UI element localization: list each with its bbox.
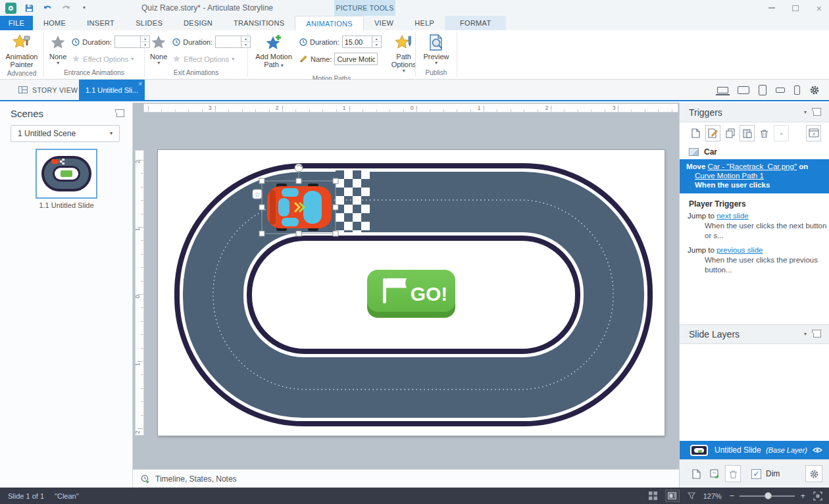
close-button[interactable]: × bbox=[815, 3, 824, 13]
device-laptop-icon[interactable] bbox=[717, 87, 728, 93]
zoom-slider-knob[interactable] bbox=[765, 492, 772, 499]
new-layer-button[interactable] bbox=[688, 465, 704, 482]
svg-text:x: x bbox=[812, 132, 815, 136]
story-view-label: STORY VIEW bbox=[32, 86, 78, 94]
collapse-panel-icon[interactable] bbox=[813, 109, 821, 116]
trigger-item-selected[interactable]: Move Car - "Racetrack_Car.png" on Curve … bbox=[680, 159, 829, 193]
preview-button[interactable]: Preview ▾ bbox=[423, 32, 449, 66]
zoom-slider-track[interactable] bbox=[740, 495, 795, 497]
exit-duration-label: Duration: bbox=[183, 38, 213, 46]
timeline-states-notes-bar[interactable]: Timeline, States, Notes bbox=[133, 469, 679, 488]
slide-canvas: 3 2 1 0 1 2 3 2 1 0 1 2 bbox=[133, 103, 679, 488]
next-slide-link[interactable]: next slide bbox=[716, 212, 749, 220]
caret-down-icon: ▾ bbox=[435, 61, 438, 66]
slide-thumbnail[interactable] bbox=[36, 149, 97, 199]
tab-slides[interactable]: SLIDES bbox=[125, 16, 173, 30]
paste-trigger-button[interactable] bbox=[740, 125, 755, 141]
tab-insert[interactable]: INSERT bbox=[76, 16, 125, 30]
scene-selector[interactable]: 1 Untitled Scene ▾ bbox=[11, 125, 120, 142]
tab-file[interactable]: FILE bbox=[0, 16, 33, 30]
tab-transitions[interactable]: TRANSITIONS bbox=[223, 16, 295, 30]
add-motion-path-button[interactable]: Add Motion Path ▾ bbox=[253, 32, 294, 68]
slide-view-toggle-icon[interactable] bbox=[665, 490, 680, 502]
caret-down-icon[interactable]: ▾ bbox=[804, 110, 807, 115]
entrance-duration-input[interactable] bbox=[114, 36, 141, 48]
fit-to-window-icon[interactable] bbox=[813, 491, 822, 501]
app-icon bbox=[5, 3, 16, 14]
edit-trigger-button[interactable] bbox=[705, 125, 720, 141]
trigger-object-link[interactable]: Car - "Racetrack_Car.png" bbox=[708, 163, 797, 170]
copy-trigger-button[interactable] bbox=[722, 125, 738, 141]
motion-name-input[interactable] bbox=[334, 53, 378, 65]
slide-tab-close-icon[interactable]: × bbox=[138, 80, 142, 88]
dim-checkbox[interactable]: ✓ bbox=[751, 469, 761, 479]
previous-slide-link[interactable]: previous slide bbox=[716, 246, 763, 254]
zoom-in-button[interactable]: + bbox=[800, 491, 805, 501]
player-trigger-next[interactable]: Jump to next slide When the user clicks … bbox=[680, 211, 829, 241]
story-view-toggle-icon[interactable] bbox=[649, 491, 657, 500]
story-view-tab[interactable]: STORY VIEW bbox=[18, 80, 78, 100]
entrance-duration-label: Duration: bbox=[82, 38, 112, 46]
dim-toggle[interactable]: ✓ Dim bbox=[751, 469, 780, 479]
slide-tab-label: 1.1 Untitled Sli... bbox=[86, 86, 138, 94]
undo-button[interactable] bbox=[41, 2, 53, 14]
save-button[interactable] bbox=[23, 2, 35, 14]
slide-tab-untitled[interactable]: 1.1 Untitled Sli... × bbox=[79, 80, 145, 100]
base-layer-row[interactable]: Untitled Slide (Base Layer) bbox=[680, 441, 829, 459]
group-entrance-animations: None ▾ Duration: ▴▾ Effect Options bbox=[44, 30, 144, 79]
flag-icon bbox=[383, 278, 386, 303]
add-motion-path-icon bbox=[264, 34, 284, 51]
save-icon bbox=[25, 4, 34, 13]
qat-customize-button[interactable]: ▾ bbox=[78, 2, 90, 14]
player-trigger-previous[interactable]: Jump to previous slide When the user cli… bbox=[680, 245, 829, 275]
tab-view[interactable]: VIEW bbox=[364, 16, 404, 30]
motion-duration-spinner[interactable]: ▴▾ bbox=[372, 36, 382, 48]
delete-layer-button[interactable] bbox=[725, 465, 741, 482]
motion-name-label: Name: bbox=[311, 55, 332, 63]
eye-icon[interactable] bbox=[813, 447, 822, 453]
device-phone-landscape-icon[interactable] bbox=[776, 88, 785, 93]
manage-variables-button[interactable]: x bbox=[806, 125, 821, 141]
tab-animations[interactable]: ANIMATIONS bbox=[295, 16, 364, 30]
group-label-exit: Exit Animations bbox=[145, 68, 247, 79]
trigger-group-car[interactable]: Car bbox=[680, 145, 829, 159]
status-bar: Slide 1 of 1 "Clean" 127% − + bbox=[0, 488, 829, 504]
device-tablet-portrait-icon[interactable] bbox=[759, 85, 766, 95]
go-button[interactable]: GO! bbox=[367, 270, 455, 318]
minimize-button[interactable] bbox=[767, 3, 776, 13]
device-tablet-landscape-icon[interactable] bbox=[738, 86, 749, 94]
entrance-none-button[interactable]: None ▾ bbox=[49, 32, 66, 66]
exit-star-icon bbox=[150, 35, 167, 51]
motion-duration-label: Duration: bbox=[310, 38, 339, 46]
motion-duration-input[interactable] bbox=[342, 36, 372, 48]
duplicate-layer-button[interactable] bbox=[707, 465, 722, 482]
exit-none-button[interactable]: None ▾ bbox=[150, 32, 167, 66]
layer-properties-button[interactable] bbox=[805, 465, 822, 482]
collapse-panel-icon[interactable] bbox=[116, 111, 124, 117]
maximize-button[interactable] bbox=[791, 3, 800, 13]
caret-down-icon: ▾ bbox=[83, 5, 86, 11]
tab-format[interactable]: FORMAT bbox=[445, 16, 506, 30]
trash-icon bbox=[760, 128, 768, 138]
device-phone-portrait-icon[interactable] bbox=[794, 86, 800, 95]
clock-icon bbox=[72, 38, 80, 46]
new-trigger-button[interactable] bbox=[688, 125, 703, 141]
animation-painter-button[interactable]: Animation Painter bbox=[1, 32, 42, 68]
preview-funnel-icon[interactable] bbox=[688, 492, 695, 500]
exit-duration-input[interactable] bbox=[215, 36, 241, 48]
caret-down-icon[interactable]: ▾ bbox=[804, 332, 807, 337]
edit-trigger-icon bbox=[708, 128, 718, 138]
player-settings-gear-icon[interactable] bbox=[809, 85, 820, 95]
redo-button[interactable] bbox=[60, 2, 72, 14]
project-state-label: "Clean" bbox=[55, 492, 79, 500]
ribbon: Animation Painter Advanced None ▾ bbox=[0, 30, 829, 80]
tab-home[interactable]: HOME bbox=[33, 16, 76, 30]
collapse-panel-icon[interactable] bbox=[813, 331, 821, 338]
zoom-out-button[interactable]: − bbox=[730, 491, 735, 501]
slide-stage[interactable]: GO! ☆ bbox=[158, 150, 665, 436]
tab-help[interactable]: HELP bbox=[404, 16, 445, 30]
delete-trigger-button[interactable] bbox=[757, 125, 772, 141]
trigger-path-link[interactable]: Curve Motion Path 1 bbox=[695, 172, 764, 180]
move-trigger-up-button[interactable]: ▲ bbox=[774, 125, 789, 141]
tab-design[interactable]: DESIGN bbox=[173, 16, 223, 30]
